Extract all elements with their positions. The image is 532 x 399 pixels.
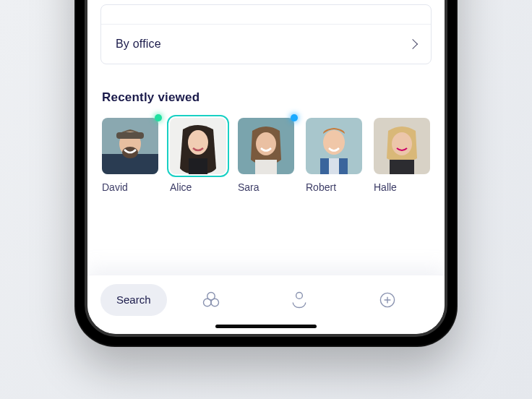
avatar	[374, 118, 430, 174]
avatar-illustration	[306, 118, 362, 174]
phone-bezel: By office Recently viewed	[85, 0, 447, 337]
avatar-illustration	[238, 118, 294, 174]
avatar-wrap	[374, 118, 430, 174]
svg-point-21	[296, 292, 302, 299]
status-dot-online-icon	[155, 114, 162, 121]
person-card[interactable]: Robert	[306, 118, 362, 193]
person-name: Halle	[374, 181, 430, 193]
filter-label-by-office: By office	[116, 38, 161, 51]
tab-search-button[interactable]: Search	[100, 284, 167, 316]
avatar-illustration	[374, 118, 430, 174]
filter-row-by-office[interactable]: By office	[101, 24, 431, 64]
person-card[interactable]: David	[102, 118, 158, 193]
person-card[interactable]: Halle	[374, 118, 430, 193]
tab-groups-button[interactable]	[167, 284, 255, 316]
avatar-wrap-selected	[170, 118, 226, 174]
svg-rect-17	[390, 160, 414, 174]
avatar	[170, 118, 226, 174]
person-name: David	[102, 181, 158, 193]
person-name: Sara	[238, 181, 294, 193]
tab-add-button[interactable]	[343, 284, 432, 316]
content-area: By office Recently viewed	[87, 0, 445, 275]
tabbar: Search	[87, 275, 445, 334]
avatar-illustration	[102, 118, 158, 174]
svg-rect-10	[255, 160, 277, 174]
person-card[interactable]: Sara	[238, 118, 294, 193]
phone-frame: By office Recently viewed	[74, 0, 458, 347]
svg-point-20	[211, 299, 219, 306]
chevron-right-icon	[408, 39, 418, 49]
plus-icon	[377, 290, 398, 310]
tab-profile-button[interactable]	[255, 284, 343, 316]
svg-rect-3	[116, 132, 144, 139]
tab-search-label: Search	[116, 293, 151, 306]
filter-card: By office	[100, 4, 432, 64]
svg-point-16	[392, 132, 412, 155]
avatar-wrap	[238, 118, 294, 174]
avatar-wrap	[306, 118, 362, 174]
groups-icon	[201, 290, 221, 310]
avatar	[238, 118, 294, 174]
person-name: Robert	[306, 181, 362, 193]
avatar-illustration	[170, 118, 226, 174]
screen: By office Recently viewed	[87, 0, 445, 334]
recently-viewed-strip[interactable]: David	[100, 118, 432, 193]
svg-rect-7	[189, 158, 207, 174]
svg-point-9	[256, 132, 276, 155]
person-card[interactable]: Alice	[170, 118, 226, 193]
avatar-wrap	[102, 118, 158, 174]
section-title-recently-viewed: Recently viewed	[102, 90, 432, 105]
filter-row-placeholder[interactable]	[101, 5, 431, 24]
svg-rect-14	[329, 158, 339, 174]
avatar	[102, 118, 158, 174]
profile-icon	[289, 290, 309, 310]
avatar	[306, 118, 362, 174]
svg-point-19	[203, 299, 211, 306]
status-dot-away-icon	[291, 114, 298, 121]
home-indicator	[215, 325, 317, 328]
person-name: Alice	[170, 181, 226, 193]
